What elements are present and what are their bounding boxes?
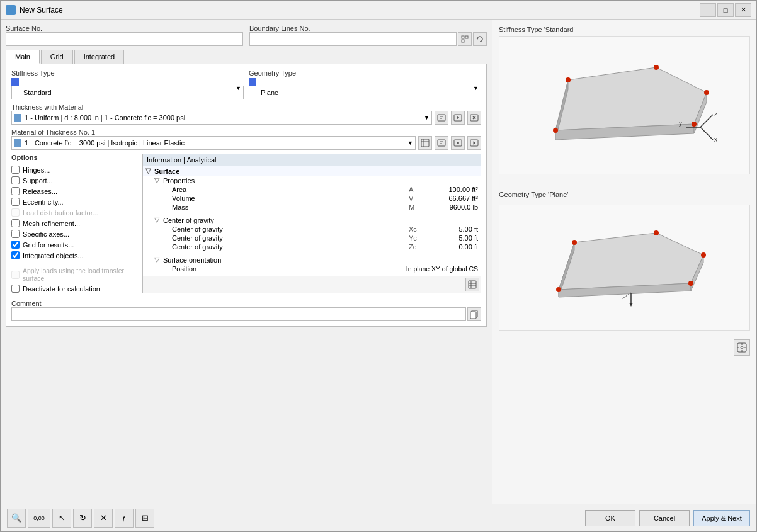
- surface-no-input[interactable]: 1: [6, 32, 243, 46]
- select-tool-btn[interactable]: ↖: [52, 509, 71, 528]
- surface-no-section: Surface No. 1: [6, 25, 243, 46]
- bottom-toolbar: 🔍 0,00 ↖ ↻ ✕ ƒ ⊞: [7, 509, 154, 528]
- mesh-refinement-checkbox[interactable]: Mesh refinement...: [11, 218, 137, 228]
- tree-zc-label: Center of gravity: [172, 243, 409, 251]
- tab-main[interactable]: Main: [6, 50, 40, 64]
- boundary-reset-btn[interactable]: [473, 32, 487, 46]
- svg-rect-16: [438, 140, 445, 146]
- boundary-select-btn[interactable]: [458, 32, 472, 46]
- tree-xc-row: Center of gravity Xc 5.00 ft: [143, 225, 481, 234]
- comment-input[interactable]: [11, 307, 466, 321]
- releases-checkbox[interactable]: Releases...: [11, 186, 137, 196]
- tree-properties-expand[interactable]: ▽: [154, 176, 163, 184]
- svg-point-37: [704, 90, 709, 95]
- tree-properties-row: ▽ Properties: [143, 176, 481, 185]
- options-and-info: Options Hinges... Support... Releases...: [11, 154, 481, 293]
- geometry-type-select[interactable]: Plane Quadrangle: [249, 86, 481, 99]
- material-input-row: 1 - Concrete f'c = 3000 psi | Isotropic …: [11, 136, 481, 150]
- specific-axes-checkbox[interactable]: Specific axes...: [11, 229, 137, 239]
- tree-cog-label: Center of gravity: [163, 217, 478, 224]
- material-table-btn[interactable]: [418, 136, 432, 150]
- ok-button[interactable]: OK: [585, 510, 635, 526]
- tree-position-row: Position In plane XY of global CS: [143, 264, 481, 273]
- tree-mass-value: 9600.0 lb: [428, 203, 478, 211]
- svg-point-59: [741, 346, 743, 349]
- tree-zc-value: 0.00 ft: [428, 243, 478, 251]
- boundary-lines-input[interactable]: 1-4: [249, 32, 457, 46]
- search-tool-btn[interactable]: 🔍: [7, 509, 26, 528]
- cancel-button[interactable]: Cancel: [639, 510, 690, 526]
- maximize-button[interactable]: □: [717, 3, 734, 17]
- tab-grid[interactable]: Grid: [41, 50, 73, 64]
- tree-mass-label: Mass: [172, 203, 409, 211]
- info-panel: Information | Analytical ▽ Surface: [142, 154, 481, 293]
- stiffness-type-select[interactable]: Standard Orthotropic Coupling: [11, 86, 244, 99]
- thickness-edit-btn[interactable]: [435, 111, 448, 125]
- tab-integrated[interactable]: Integrated: [74, 50, 125, 64]
- tree-area-label: Area: [172, 186, 409, 193]
- apply-loads-checkbox: Apply loads using the load transfer surf…: [11, 266, 137, 283]
- bottom-diagram-area: [499, 205, 750, 331]
- grid-tool-btn[interactable]: ⊞: [135, 509, 154, 528]
- svg-point-35: [566, 77, 571, 82]
- tree-zc-row: Center of gravity Zc 0.00 ft: [143, 242, 481, 251]
- coordinates-tool-btn[interactable]: 0,00: [28, 509, 50, 528]
- tree-orientation-expand[interactable]: ▽: [154, 256, 163, 264]
- tabs: Main Grid Integrated: [6, 50, 487, 64]
- comment-label: Comment: [11, 300, 481, 307]
- close-button[interactable]: ✕: [735, 3, 751, 17]
- svg-rect-0: [462, 36, 464, 38]
- rotate-tool-btn[interactable]: ↻: [73, 509, 92, 528]
- comment-copy-btn[interactable]: [467, 307, 481, 321]
- tree-cog-expand[interactable]: ▽: [154, 216, 163, 224]
- thickness-input-row: 1 - Uniform | d : 8.000 in | 1 - Concret…: [11, 111, 481, 125]
- tree-volume-value: 66.667 ft³: [428, 195, 478, 202]
- svg-rect-2: [462, 40, 464, 42]
- info-grid-btn[interactable]: [465, 278, 479, 291]
- geometry-type-section: Geometry Type Plane Quadrangle ▼: [249, 69, 481, 99]
- info-toolbar: [142, 276, 481, 293]
- material-label: Material of Thickness No. 1: [11, 128, 481, 136]
- thickness-select[interactable]: 1 - Uniform | d : 8.000 in | 1 - Concret…: [11, 111, 432, 125]
- info-header: Information | Analytical: [142, 154, 481, 166]
- geometry-type-label: Geometry Type: [249, 69, 481, 77]
- titlebar: New Surface — □ ✕: [1, 1, 756, 20]
- deactivate-checkbox[interactable]: Deactivate for calculation: [11, 284, 137, 293]
- tab-main-content: Stiffness Type Standard Orthotropic Coup…: [6, 64, 487, 327]
- tree-xc-key: Xc: [409, 225, 428, 233]
- svg-line-41: [700, 115, 713, 127]
- geometry-type-wrapper: Plane Quadrangle ▼: [249, 77, 481, 99]
- tree-surface-row: ▽ Surface: [143, 166, 481, 176]
- tree-area-key: A: [409, 186, 428, 193]
- svg-point-52: [701, 252, 706, 258]
- options-label: Options: [11, 154, 137, 161]
- boundary-lines-label: Boundary Lines No.: [249, 25, 487, 32]
- material-edit-btn[interactable]: [435, 136, 448, 150]
- tree-yc-row: Center of gravity Yc 5.00 ft: [143, 234, 481, 242]
- diagram-settings-btn[interactable]: [734, 339, 750, 356]
- apply-next-button[interactable]: Apply & Next: [693, 510, 750, 526]
- grid-for-results-checkbox[interactable]: Grid for results...: [11, 240, 137, 249]
- material-add-btn[interactable]: [451, 136, 465, 150]
- svg-text:z: z: [714, 111, 717, 118]
- support-checkbox[interactable]: Support...: [11, 176, 137, 185]
- svg-point-50: [572, 240, 577, 245]
- material-delete-btn[interactable]: [467, 136, 481, 150]
- tree-position-value: In plane XY of global CS: [396, 265, 478, 273]
- hinges-checkbox[interactable]: Hinges...: [11, 165, 137, 174]
- app-icon: [6, 5, 16, 15]
- minimize-button[interactable]: —: [700, 3, 716, 17]
- tree-surface-expand[interactable]: ▽: [145, 167, 154, 175]
- eccentricity-checkbox[interactable]: Eccentricity...: [11, 197, 137, 207]
- svg-rect-1: [465, 36, 468, 38]
- formula-tool-btn[interactable]: ƒ: [115, 509, 134, 528]
- thickness-delete-btn[interactable]: [467, 111, 481, 125]
- svg-point-36: [654, 65, 659, 70]
- material-select[interactable]: 1 - Concrete f'c = 3000 psi | Isotropic …: [11, 136, 416, 150]
- window-controls: — □ ✕: [700, 3, 751, 17]
- integrated-objects-checkbox[interactable]: Integrated objects...: [11, 251, 137, 260]
- thickness-add-btn[interactable]: [451, 111, 465, 125]
- material-select-wrapper: 1 - Concrete f'c = 3000 psi | Isotropic …: [11, 136, 416, 150]
- delete-tool-btn[interactable]: ✕: [94, 509, 113, 528]
- svg-marker-56: [629, 303, 633, 307]
